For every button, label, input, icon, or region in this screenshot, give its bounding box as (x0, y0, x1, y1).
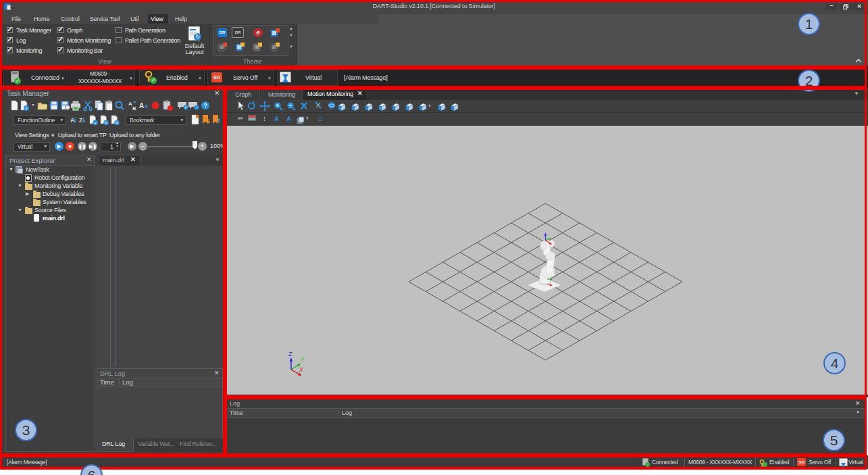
svg-text:B: B (132, 105, 136, 111)
svg-text:?: ? (203, 102, 207, 109)
svg-text:↻: ↻ (115, 121, 118, 125)
svg-text:A: A (145, 104, 148, 109)
svg-text:A: A (139, 102, 144, 109)
svg-text:Z: Z (79, 117, 82, 124)
svg-text:Y: Y (301, 356, 305, 363)
svg-text:+: + (25, 106, 28, 111)
svg-text:Z: Z (288, 351, 292, 357)
svg-text:+: + (184, 105, 187, 110)
svg-text:X: X (299, 366, 303, 373)
svg-text:↻: ↻ (104, 121, 107, 125)
svg-text:+: + (94, 121, 97, 125)
svg-text:A: A (70, 117, 74, 124)
